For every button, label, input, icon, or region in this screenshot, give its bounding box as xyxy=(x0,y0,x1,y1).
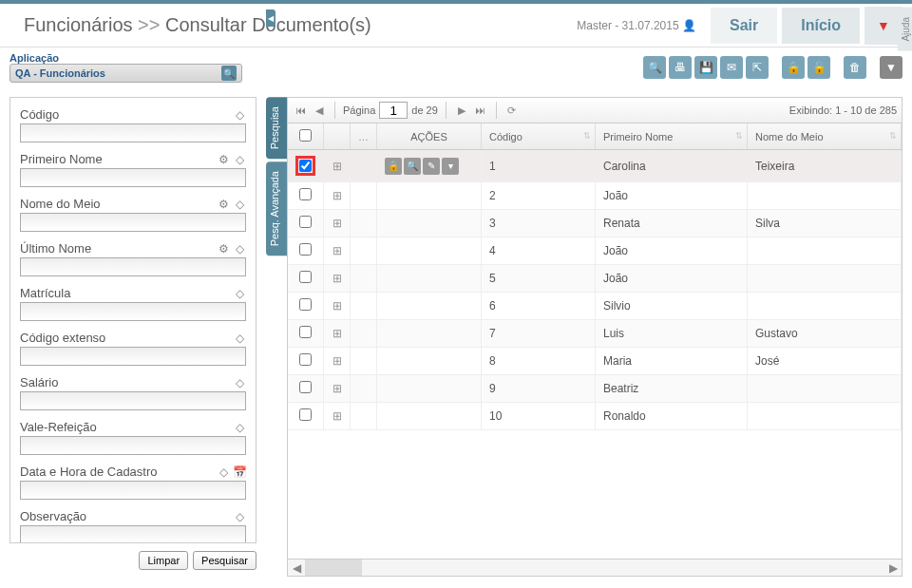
lock-button[interactable]: 🔒 xyxy=(782,56,805,79)
diamond-icon[interactable]: ◇ xyxy=(233,108,246,122)
row-checkbox[interactable] xyxy=(299,160,312,172)
col-primeiro-nome[interactable]: Primeiro Nome xyxy=(596,123,748,150)
cell-primeiro-nome: João xyxy=(596,182,748,210)
col-more: … xyxy=(351,123,377,150)
last-page-button[interactable]: ⏭ xyxy=(473,103,488,118)
next-page-button[interactable]: ▶ xyxy=(454,103,469,118)
first-page-button[interactable]: ⏮ xyxy=(293,103,308,118)
col-codigo[interactable]: Código xyxy=(482,123,596,150)
table-row[interactable]: ⊞2João xyxy=(288,182,902,210)
scroll-track[interactable] xyxy=(305,560,884,576)
save-button[interactable]: 💾 xyxy=(694,56,717,79)
title-main: Funcionários xyxy=(24,14,133,35)
edit-icon[interactable]: ✎ xyxy=(423,158,440,175)
row-checkbox[interactable] xyxy=(299,408,312,421)
diamond-icon[interactable]: ◇ xyxy=(233,198,246,211)
row-checkbox[interactable] xyxy=(299,216,312,228)
row-checkbox[interactable] xyxy=(299,326,312,338)
expand-row-button[interactable]: ⊞ xyxy=(324,265,351,293)
row-checkbox[interactable] xyxy=(299,381,312,393)
table-row[interactable]: ⊞10Ronaldo xyxy=(288,403,902,430)
cell-nome-meio: José xyxy=(748,348,902,375)
row-checkbox[interactable] xyxy=(299,243,312,256)
gear-icon[interactable]: ⚙ xyxy=(217,198,230,211)
field-input[interactable] xyxy=(20,302,246,321)
expand-row-button[interactable]: ⊞ xyxy=(324,348,351,375)
expand-row-button[interactable]: ⊞ xyxy=(324,237,351,265)
expand-row-button[interactable]: ⊞ xyxy=(324,210,351,237)
gear-icon[interactable]: ⚙ xyxy=(217,153,230,166)
sidebar-collapse-handle[interactable]: ◀ xyxy=(266,9,276,27)
lock-icon[interactable]: 🔒 xyxy=(385,158,402,175)
table-row[interactable]: ⊞5João xyxy=(288,265,902,293)
scroll-left-button[interactable]: ◀ xyxy=(288,560,305,576)
row-checkbox[interactable] xyxy=(299,298,312,311)
field-input[interactable] xyxy=(20,213,246,232)
select-all-checkbox[interactable] xyxy=(299,129,312,142)
row-checkbox[interactable] xyxy=(299,353,312,366)
diamond-icon[interactable]: ◇ xyxy=(217,465,230,479)
scroll-thumb[interactable] xyxy=(305,560,362,576)
expand-row-button[interactable]: ⊞ xyxy=(324,150,351,182)
app-select[interactable]: QA - Funcionários 🔍 xyxy=(10,64,242,83)
diamond-icon[interactable]: ◇ xyxy=(233,153,246,166)
print-button[interactable]: 🖶 xyxy=(669,56,692,79)
expand-row-button[interactable]: ⊞ xyxy=(324,293,351,320)
help-tab[interactable]: Ajuda xyxy=(898,8,912,51)
field-input[interactable] xyxy=(20,481,246,500)
export-button[interactable]: ⇱ xyxy=(746,56,769,79)
search-field-0: Código◇ xyxy=(20,107,246,142)
unlock-button[interactable]: 🔓 xyxy=(808,56,830,79)
diamond-icon[interactable]: ◇ xyxy=(233,421,246,434)
expand-row-button[interactable]: ⊞ xyxy=(324,375,351,403)
expand-row-button[interactable]: ⊞ xyxy=(324,320,351,348)
view-icon[interactable]: 🔍 xyxy=(404,158,421,175)
field-label: Matrícula xyxy=(20,286,70,300)
scroll-right-button[interactable]: ▶ xyxy=(884,560,902,576)
diamond-icon[interactable]: ◇ xyxy=(233,242,246,256)
row-checkbox[interactable] xyxy=(299,271,312,283)
clear-button[interactable]: Limpar xyxy=(139,551,188,570)
expand-row-button[interactable]: ⊞ xyxy=(324,182,351,210)
field-input[interactable] xyxy=(20,347,246,366)
search-button[interactable]: 🔍 xyxy=(643,56,666,79)
cell-primeiro-nome: João xyxy=(596,265,748,293)
gear-icon[interactable]: ⚙ xyxy=(217,242,230,256)
tab-pesquisa-avancada[interactable]: Pesq. Avançada xyxy=(266,161,287,256)
field-input[interactable] xyxy=(20,391,246,410)
diamond-icon[interactable]: ◇ xyxy=(233,332,246,345)
refresh-button[interactable]: ⟳ xyxy=(504,103,520,118)
diamond-icon[interactable]: ◇ xyxy=(233,287,246,300)
email-button[interactable]: ✉ xyxy=(720,56,743,79)
table-row[interactable]: ⊞4João xyxy=(288,237,902,265)
page-input[interactable] xyxy=(379,102,408,119)
table-row[interactable]: ⊞🔒🔍✎▾1CarolinaTeixeira xyxy=(288,150,902,182)
diamond-icon[interactable]: ◇ xyxy=(233,376,246,389)
table-row[interactable]: ⊞3RenataSilva xyxy=(288,210,902,237)
menu-dropdown-button[interactable]: ▼ xyxy=(864,7,902,45)
table-row[interactable]: ⊞6Silvio xyxy=(288,293,902,320)
horizontal-scrollbar[interactable]: ◀ ▶ xyxy=(287,560,902,577)
diamond-icon[interactable]: ◇ xyxy=(233,510,246,523)
field-input[interactable] xyxy=(20,168,246,187)
dropdown-icon[interactable]: ▾ xyxy=(442,158,459,175)
delete-button[interactable]: 🗑 xyxy=(844,56,866,79)
field-input[interactable] xyxy=(20,436,246,455)
expand-row-button[interactable]: ⊞ xyxy=(324,403,351,430)
table-row[interactable]: ⊞7LuisGustavo xyxy=(288,320,902,348)
col-nome-meio[interactable]: Nome do Meio xyxy=(748,123,902,150)
search-button[interactable]: Pesquisar xyxy=(193,551,256,570)
table-row[interactable]: ⊞9Beatriz xyxy=(288,375,902,403)
row-checkbox[interactable] xyxy=(299,188,312,200)
field-input[interactable] xyxy=(20,257,246,276)
field-label: Nome do Meio xyxy=(20,197,101,211)
calendar-icon[interactable]: 📅 xyxy=(233,465,246,479)
tab-pesquisa[interactable]: Pesquisa xyxy=(266,97,287,159)
table-row[interactable]: ⊞8MariaJosé xyxy=(288,348,902,375)
logout-button[interactable]: Sair xyxy=(711,8,777,44)
field-input[interactable] xyxy=(20,525,246,543)
field-input[interactable] xyxy=(20,123,246,142)
home-button[interactable]: Início xyxy=(782,8,860,44)
more-dropdown-button[interactable]: ▼ xyxy=(880,56,902,79)
prev-page-button[interactable]: ◀ xyxy=(312,103,327,118)
